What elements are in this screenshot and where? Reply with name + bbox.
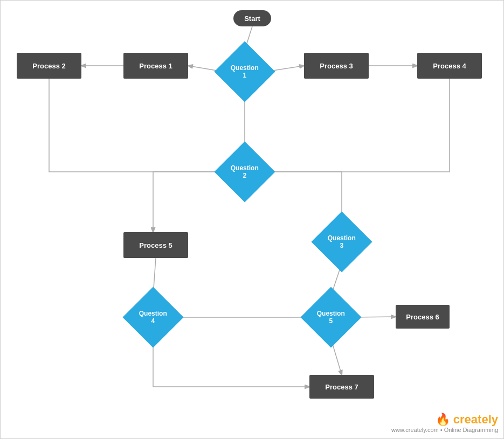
question2-node[interactable]: Question2 (214, 141, 275, 202)
question1-node[interactable]: Question1 (214, 41, 275, 102)
diagram-container: Start Question1 Question2 Question3 Ques… (0, 0, 504, 439)
question5-node[interactable]: Question5 (300, 287, 361, 347)
start-node[interactable]: Start (233, 10, 271, 26)
process7-node[interactable]: Process 7 (309, 375, 374, 399)
process3-node[interactable]: Process 3 (304, 53, 369, 79)
brand-name: 🔥 creately (391, 413, 498, 427)
process2-node[interactable]: Process 2 (17, 53, 81, 79)
watermark-sub: www.creately.com • Online Diagramming (391, 427, 498, 433)
process6-node[interactable]: Process 6 (396, 305, 450, 329)
brand-flame: 🔥 (436, 413, 450, 426)
question3-node[interactable]: Question3 (311, 211, 372, 272)
process1-node[interactable]: Process 1 (123, 53, 188, 79)
process4-node[interactable]: Process 4 (417, 53, 482, 79)
question4-node[interactable]: Question4 (122, 287, 183, 347)
watermark: 🔥 creately www.creately.com • Online Dia… (391, 413, 498, 433)
process5-node[interactable]: Process 5 (123, 232, 188, 258)
